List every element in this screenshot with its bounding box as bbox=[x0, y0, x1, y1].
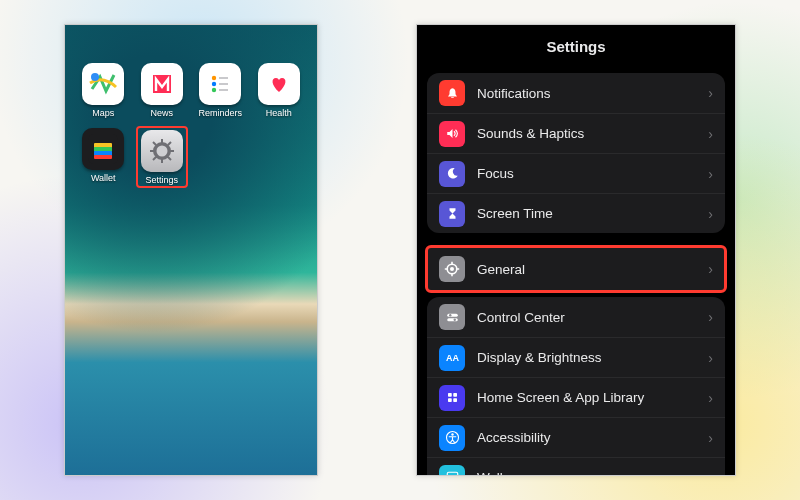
accessibility-icon bbox=[439, 425, 465, 451]
speaker-icon bbox=[439, 121, 465, 147]
news-icon bbox=[141, 63, 183, 105]
chevron-right-icon: › bbox=[708, 430, 713, 446]
chevron-right-icon: › bbox=[708, 390, 713, 406]
svg-point-7 bbox=[212, 88, 216, 92]
chevron-right-icon: › bbox=[708, 166, 713, 182]
settings-icon bbox=[141, 130, 183, 172]
chevron-right-icon: › bbox=[708, 470, 713, 477]
app-label: News bbox=[150, 108, 173, 118]
chevron-right-icon: › bbox=[708, 350, 713, 366]
svg-point-28 bbox=[450, 267, 454, 271]
app-label: Maps bbox=[92, 108, 114, 118]
chevron-right-icon: › bbox=[708, 261, 713, 277]
svg-point-6 bbox=[212, 82, 216, 86]
settings-group-1: Notifications › Sounds & Haptics › Focus… bbox=[427, 73, 725, 233]
row-screen-time[interactable]: Screen Time › bbox=[427, 193, 725, 233]
hourglass-icon bbox=[439, 201, 465, 227]
svg-line-25 bbox=[168, 142, 171, 145]
phone-settings-screen: Settings Notifications › Sounds & Haptic… bbox=[416, 24, 736, 476]
svg-rect-38 bbox=[448, 393, 452, 397]
app-label: Health bbox=[266, 108, 292, 118]
switches-icon bbox=[439, 304, 465, 330]
svg-rect-44 bbox=[447, 472, 458, 476]
row-label: Accessibility bbox=[477, 430, 696, 445]
bell-icon bbox=[439, 80, 465, 106]
row-label: Notifications bbox=[477, 86, 696, 101]
grid-icon bbox=[439, 385, 465, 411]
app-news[interactable]: News bbox=[138, 63, 187, 118]
svg-point-43 bbox=[451, 433, 453, 435]
sun-icon: AA bbox=[439, 345, 465, 371]
row-display[interactable]: AA Display & Brightness › bbox=[427, 337, 725, 377]
app-label: Reminders bbox=[198, 108, 242, 118]
app-label: Settings bbox=[145, 175, 178, 185]
row-home-screen[interactable]: Home Screen & App Library › bbox=[427, 377, 725, 417]
svg-rect-33 bbox=[447, 313, 458, 316]
svg-rect-41 bbox=[453, 398, 457, 402]
chevron-right-icon: › bbox=[708, 126, 713, 142]
phone-home-screen: Maps News Reminders Health bbox=[64, 24, 318, 476]
maps-icon bbox=[82, 63, 124, 105]
app-wallet[interactable]: Wallet bbox=[79, 128, 128, 186]
row-label: General bbox=[477, 262, 696, 277]
row-label: Wallpaper bbox=[477, 470, 696, 476]
row-label: Focus bbox=[477, 166, 696, 181]
chevron-right-icon: › bbox=[708, 309, 713, 325]
app-reminders[interactable]: Reminders bbox=[196, 63, 245, 118]
app-label: Wallet bbox=[91, 173, 116, 183]
row-focus[interactable]: Focus › bbox=[427, 153, 725, 193]
app-grid: Maps News Reminders Health bbox=[65, 25, 317, 186]
svg-line-24 bbox=[168, 157, 171, 160]
wallet-icon bbox=[82, 128, 124, 170]
row-label: Control Center bbox=[477, 310, 696, 325]
gear-icon bbox=[439, 256, 465, 282]
app-settings-highlighted[interactable]: Settings bbox=[136, 126, 189, 188]
row-accessibility[interactable]: Accessibility › bbox=[427, 417, 725, 457]
row-sounds[interactable]: Sounds & Haptics › bbox=[427, 113, 725, 153]
reminders-icon bbox=[199, 63, 241, 105]
svg-point-34 bbox=[449, 314, 451, 316]
page-title: Settings bbox=[417, 25, 735, 67]
health-icon bbox=[258, 63, 300, 105]
svg-point-18 bbox=[156, 146, 167, 157]
wallpaper-icon bbox=[439, 465, 465, 477]
settings-group-2: Control Center › AA Display & Brightness… bbox=[427, 297, 725, 476]
moon-icon bbox=[439, 161, 465, 187]
svg-line-26 bbox=[153, 157, 156, 160]
svg-text:AA: AA bbox=[446, 353, 459, 363]
row-label: Display & Brightness bbox=[477, 350, 696, 365]
row-notifications[interactable]: Notifications › bbox=[427, 73, 725, 113]
row-label: Home Screen & App Library bbox=[477, 390, 696, 405]
row-wallpaper[interactable]: Wallpaper › bbox=[427, 457, 725, 476]
svg-rect-40 bbox=[448, 398, 452, 402]
svg-point-36 bbox=[453, 318, 455, 320]
svg-point-1 bbox=[91, 73, 99, 81]
chevron-right-icon: › bbox=[708, 85, 713, 101]
row-general-highlighted[interactable]: General › bbox=[427, 247, 725, 291]
row-label: Sounds & Haptics bbox=[477, 126, 696, 141]
svg-point-45 bbox=[449, 475, 454, 476]
app-health[interactable]: Health bbox=[255, 63, 304, 118]
svg-line-23 bbox=[153, 142, 156, 145]
svg-rect-35 bbox=[447, 318, 458, 321]
app-maps[interactable]: Maps bbox=[79, 63, 128, 118]
row-control-center[interactable]: Control Center › bbox=[427, 297, 725, 337]
svg-rect-39 bbox=[453, 393, 457, 397]
chevron-right-icon: › bbox=[708, 206, 713, 222]
row-label: Screen Time bbox=[477, 206, 696, 221]
svg-point-5 bbox=[212, 76, 216, 80]
svg-rect-16 bbox=[94, 155, 112, 159]
